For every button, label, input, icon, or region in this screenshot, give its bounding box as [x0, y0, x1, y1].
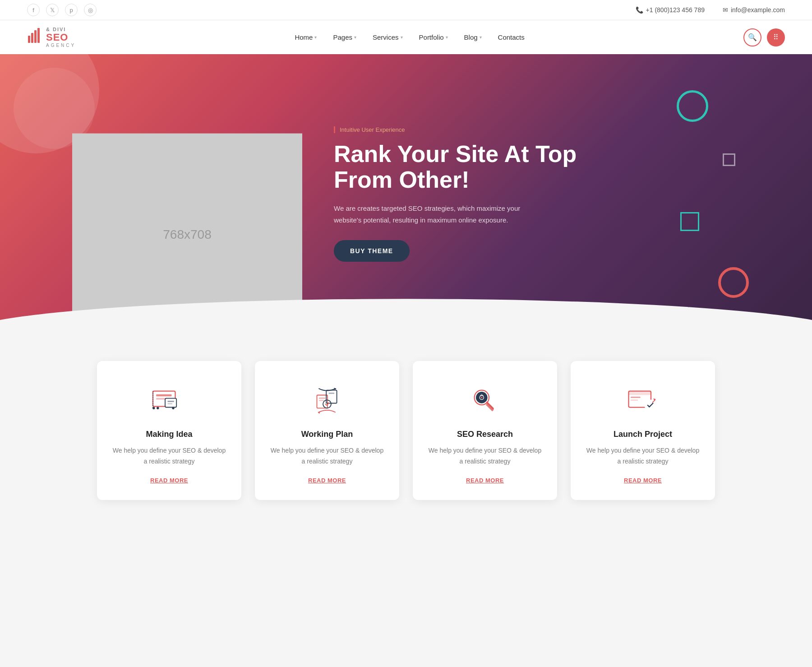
contact-info: 📞 +1 (800)123 456 789 ✉ info@example.com — [636, 6, 785, 14]
svg-rect-9 — [167, 403, 172, 404]
top-bar: f 𝕏 p ◎ 📞 +1 (800)123 456 789 ✉ info@exa… — [0, 0, 812, 20]
deco-teal-circle — [677, 90, 708, 122]
phone-info: 📞 +1 (800)123 456 789 — [636, 6, 705, 14]
hero-description: We are creates targeted SEO strategies, … — [334, 203, 532, 226]
facebook-icon[interactable]: f — [27, 4, 40, 16]
nav-actions: 🔍 ⠿ — [743, 28, 785, 46]
svg-rect-2 — [34, 30, 37, 43]
navbar: & DIVI SEO AGENCY Home ▾ Pages ▾ Service… — [0, 20, 812, 54]
services-section: Making Idea We help you define your SEO … — [0, 334, 812, 536]
seo-research-title: SEO Research — [457, 430, 513, 439]
svg-rect-30 — [631, 399, 638, 400]
svg-rect-28 — [629, 391, 651, 395]
chevron-down-icon: ▾ — [446, 35, 448, 40]
seo-research-readmore[interactable]: READ MORE — [466, 477, 504, 484]
making-idea-readmore[interactable]: READ MORE — [150, 477, 188, 484]
phone-number: +1 (800)123 456 789 — [646, 6, 705, 14]
hero-section: 768x708 Intuitive User Experience Rank Y… — [0, 54, 812, 334]
hero-content: Intuitive User Experience Rank Your Site… — [334, 90, 604, 298]
pinterest-icon[interactable]: p — [65, 4, 78, 16]
buy-theme-button[interactable]: BUY THEME — [334, 240, 410, 262]
logo-icon — [27, 27, 43, 48]
deco-pink-circle — [718, 267, 749, 298]
making-idea-title: Making Idea — [146, 430, 192, 439]
deco-teal-square — [680, 212, 699, 231]
email-info: ✉ info@example.com — [723, 6, 785, 14]
services-wrapper: Making Idea We help you define your SEO … — [45, 361, 767, 500]
svg-rect-29 — [631, 397, 641, 398]
logo-text: & DIVI SEO AGENCY — [46, 27, 76, 48]
nav-contacts[interactable]: Contacts — [498, 33, 525, 41]
service-card-launch-project: Launch Project We help you define your S… — [571, 361, 715, 500]
logo[interactable]: & DIVI SEO AGENCY — [27, 27, 76, 48]
working-plan-readmore[interactable]: READ MORE — [308, 477, 346, 484]
making-idea-icon — [147, 381, 192, 417]
svg-point-11 — [157, 407, 159, 409]
svg-point-26 — [481, 397, 483, 398]
svg-rect-18 — [329, 393, 335, 394]
svg-rect-1 — [31, 33, 33, 43]
working-plan-icon — [304, 381, 350, 417]
svg-rect-7 — [165, 398, 176, 407]
email-address: info@example.com — [731, 6, 785, 14]
chevron-down-icon: ▾ — [314, 35, 317, 40]
nav-services[interactable]: Services ▾ — [373, 33, 403, 41]
email-icon: ✉ — [723, 6, 728, 14]
services-grid: Making Idea We help you define your SEO … — [45, 361, 767, 500]
working-plan-desc: We help you define your SEO & develop a … — [270, 445, 384, 467]
seo-research-desc: We help you define your SEO & develop a … — [428, 445, 542, 467]
working-plan-title: Working Plan — [301, 430, 353, 439]
nav-blog[interactable]: Blog ▾ — [464, 33, 482, 41]
menu-button[interactable]: ⠿ — [767, 28, 785, 46]
svg-rect-8 — [167, 401, 174, 402]
hero-tag: Intuitive User Experience — [334, 126, 577, 133]
social-links: f 𝕏 p ◎ — [27, 4, 97, 16]
deco-white-square — [723, 153, 735, 166]
launch-project-readmore[interactable]: READ MORE — [624, 477, 662, 484]
chevron-down-icon: ▾ — [354, 35, 356, 40]
service-card-making-idea: Making Idea We help you define your SEO … — [97, 361, 241, 500]
svg-rect-3 — [37, 28, 40, 43]
nav-pages[interactable]: Pages ▾ — [333, 33, 356, 41]
service-card-seo-research: SEO Research We help you define your SEO… — [413, 361, 557, 500]
nav-portfolio[interactable]: Portfolio ▾ — [419, 33, 448, 41]
chevron-down-icon: ▾ — [401, 35, 403, 40]
making-idea-desc: We help you define your SEO & develop a … — [112, 445, 226, 467]
nav-home[interactable]: Home ▾ — [295, 33, 317, 41]
twitter-icon[interactable]: 𝕏 — [46, 4, 59, 16]
svg-rect-16 — [319, 400, 324, 401]
svg-rect-15 — [319, 398, 325, 399]
launch-project-desc: We help you define your SEO & develop a … — [586, 445, 700, 467]
svg-rect-5 — [156, 394, 171, 396]
svg-rect-0 — [28, 36, 30, 43]
launch-project-icon — [620, 381, 665, 417]
hero-title: Rank Your Site At Top From Other! — [334, 141, 577, 193]
chevron-down-icon: ▾ — [480, 35, 482, 40]
instagram-icon[interactable]: ◎ — [84, 4, 97, 16]
svg-point-12 — [172, 407, 174, 409]
nav-links: Home ▾ Pages ▾ Services ▾ Portfolio ▾ Bl… — [295, 33, 524, 41]
phone-icon: 📞 — [636, 6, 643, 14]
seo-research-icon — [462, 381, 508, 417]
search-button[interactable]: 🔍 — [743, 28, 761, 46]
launch-project-title: Launch Project — [614, 430, 672, 439]
service-card-working-plan: Working Plan We help you define your SEO… — [255, 361, 399, 500]
